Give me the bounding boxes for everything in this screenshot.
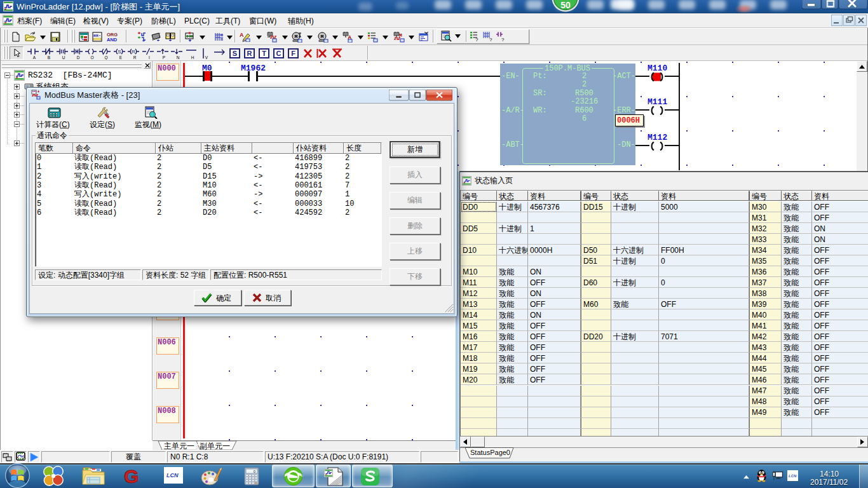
svg-text:O: O: [90, 55, 93, 60]
svg-text:P: P: [163, 55, 165, 60]
svg-text:D: D: [77, 55, 80, 60]
svg-text:T: T: [262, 50, 266, 57]
svg-text:50: 50: [560, 0, 571, 10]
svg-text:G: G: [124, 467, 139, 485]
svg-text:C: C: [276, 50, 281, 57]
svg-text:S: S: [118, 49, 121, 55]
svg-text:F: F: [291, 50, 295, 57]
svg-text:S: S: [233, 50, 237, 57]
svg-text:R: R: [247, 50, 252, 57]
svg-text:I: I: [149, 55, 150, 60]
svg-text:M: M: [295, 34, 298, 39]
svg-text:A: A: [33, 55, 36, 60]
svg-text:B: B: [48, 55, 50, 60]
svg-text:R: R: [133, 55, 137, 60]
svg-text:?: ?: [489, 37, 492, 42]
svg-text:?: ?: [475, 37, 478, 42]
svg-text:Q: Q: [104, 55, 107, 60]
svg-text:H: H: [191, 55, 194, 60]
svg-text:E: E: [119, 55, 123, 60]
svg-text:N: N: [177, 55, 180, 60]
svg-text:A: A: [240, 32, 244, 38]
svg-text:?: ?: [501, 37, 505, 42]
svg-text:R: R: [132, 49, 135, 55]
svg-text:AND: AND: [107, 37, 118, 42]
svg-text:V: V: [205, 55, 208, 60]
svg-text:U: U: [62, 55, 65, 60]
svg-text:M: M: [321, 34, 324, 39]
